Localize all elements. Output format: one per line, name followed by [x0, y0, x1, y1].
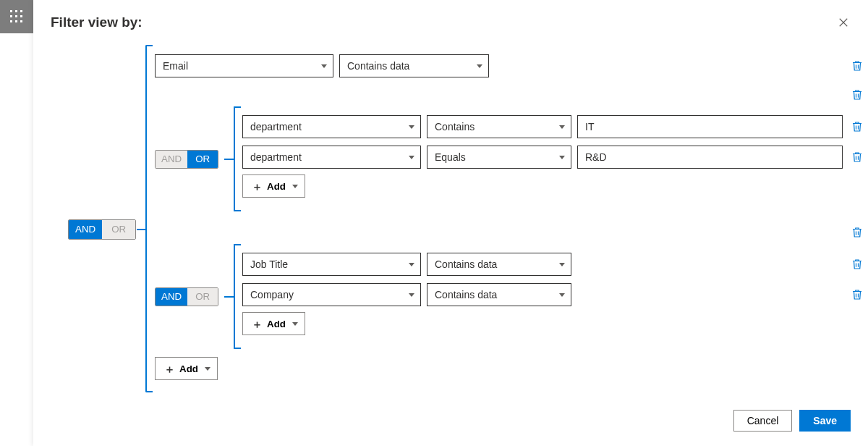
- delete-row-button[interactable]: [851, 151, 864, 164]
- field-dropdown[interactable]: department: [242, 115, 421, 138]
- connector: [224, 159, 234, 160]
- plus-icon: ＋: [252, 181, 263, 192]
- close-button[interactable]: [836, 15, 851, 30]
- connector: [224, 296, 234, 298]
- group-or-button[interactable]: OR: [187, 151, 218, 168]
- group-and-button[interactable]: AND: [156, 151, 187, 168]
- footer-actions: Cancel Save: [733, 410, 851, 432]
- root-or-button[interactable]: OR: [102, 220, 135, 239]
- operator-dropdown[interactable]: Contains data: [339, 54, 489, 77]
- operator-dropdown[interactable]: Contains data: [427, 253, 571, 276]
- root-logic-toggle: AND OR: [68, 219, 136, 240]
- delete-row-button[interactable]: [851, 288, 864, 301]
- delete-group-button[interactable]: [851, 88, 864, 101]
- root-bracket: [145, 45, 153, 392]
- filter-row: department Equals R&D: [242, 146, 843, 169]
- close-icon: [838, 17, 848, 28]
- value-input[interactable]: R&D: [577, 146, 843, 169]
- group-add-button[interactable]: ＋ Add: [242, 174, 305, 198]
- save-button[interactable]: Save: [799, 410, 851, 432]
- operator-dropdown[interactable]: Contains: [427, 115, 571, 138]
- field-dropdown[interactable]: department: [242, 146, 421, 169]
- operator-dropdown[interactable]: Contains data: [427, 283, 571, 306]
- add-label: Add: [267, 319, 286, 329]
- field-dropdown[interactable]: Job Title: [242, 253, 421, 276]
- trash-icon: [851, 151, 864, 164]
- plus-icon: ＋: [164, 363, 175, 374]
- filter-row: Company Contains data: [242, 283, 571, 306]
- group-logic-toggle: AND OR: [155, 287, 218, 306]
- trash-icon: [851, 120, 864, 133]
- connector: [137, 229, 145, 230]
- trash-icon: [851, 288, 864, 301]
- filter-row: department Contains IT: [242, 115, 843, 138]
- group-bracket: [234, 106, 241, 211]
- group-add-button[interactable]: ＋ Add: [242, 312, 305, 335]
- delete-row-button[interactable]: [851, 59, 864, 72]
- field-dropdown[interactable]: Email: [155, 54, 333, 77]
- filter-row: Job Title Contains data: [242, 253, 571, 276]
- filter-builder: AND OR Email Contains data AND OR depart…: [68, 45, 868, 407]
- plus-icon: ＋: [252, 319, 263, 329]
- group-and-button[interactable]: AND: [156, 288, 187, 306]
- field-dropdown[interactable]: Company: [242, 283, 421, 306]
- trash-icon: [851, 258, 864, 271]
- delete-row-button[interactable]: [851, 120, 864, 133]
- waffle-icon: [10, 10, 23, 23]
- trash-icon: [851, 88, 864, 101]
- filter-row: Email Contains data: [155, 54, 489, 77]
- add-label: Add: [179, 363, 198, 374]
- cancel-button[interactable]: Cancel: [733, 410, 793, 432]
- trash-icon: [851, 226, 864, 239]
- root-and-button[interactable]: AND: [69, 220, 102, 239]
- trash-icon: [851, 59, 864, 72]
- delete-row-button[interactable]: [851, 258, 864, 271]
- app-launcher[interactable]: [0, 0, 33, 33]
- panel-title: Filter view by:: [51, 14, 142, 30]
- add-label: Add: [267, 181, 286, 192]
- value-input[interactable]: IT: [577, 115, 843, 138]
- group-bracket: [234, 244, 241, 349]
- filter-panel: Filter view by: AND OR Email Contains da…: [33, 0, 868, 446]
- operator-dropdown[interactable]: Equals: [427, 146, 571, 169]
- delete-group-button[interactable]: [851, 226, 864, 239]
- root-add-button[interactable]: ＋ Add: [155, 357, 218, 380]
- group-or-button[interactable]: OR: [187, 288, 218, 306]
- group-logic-toggle: AND OR: [155, 150, 218, 169]
